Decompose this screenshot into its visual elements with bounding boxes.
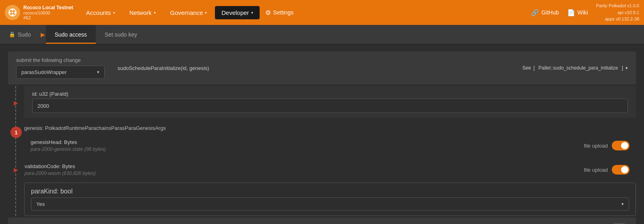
chevron-down-icon: ▾ [625, 66, 628, 71]
svg-point-4 [14, 12, 17, 14]
version-info: Parity Polkadot v1.0.0 api v10.9.1 apps … [596, 2, 639, 23]
svg-point-2 [12, 14, 14, 16]
see-docs[interactable]: See [ Pallet::sudo_schedule_para_initial… [522, 65, 628, 71]
nav-items: Accounts ▾ Network ▾ Governance ▾ Develo… [80, 6, 531, 19]
logo[interactable]: Rococo Local Testnet rococo/10000 #62 [5, 5, 73, 20]
svg-point-1 [12, 9, 14, 11]
para-kind-field: paraKind: bool Yes ▾ [24, 183, 636, 216]
genesis-head-field: genesisHead: Bytes para-2000-genesis-sta… [24, 134, 636, 157]
submit-change-row: submit the following change parasSudoWra… [8, 51, 636, 84]
wiki-link[interactable]: 📄 Wiki [567, 9, 588, 16]
validation-code-field: ▸ validationCode: Bytes para-2000-wasm (… [24, 158, 636, 181]
chevron-down-icon: ▾ [251, 10, 253, 15]
para-kind-select[interactable]: Yes ▾ [31, 197, 629, 211]
nav-accounts[interactable]: Accounts ▾ [80, 6, 122, 19]
main-content: submit the following change parasSudoWra… [0, 44, 644, 224]
weight-row: unchecked weight for this call 0 with we… [8, 218, 636, 224]
step1-badge: 1 [10, 127, 22, 138]
tabs-bar: 🔒 Sudo ▸ Sudo access Set sudo key [0, 25, 644, 44]
chevron-down-icon: ▾ [205, 10, 207, 15]
tab-set-sudo-key[interactable]: Set sudo key [96, 25, 146, 44]
nav-network[interactable]: Network ▾ [123, 6, 162, 19]
pallet-selector[interactable]: parasSudoWrapper ▾ [16, 66, 105, 79]
tab-arrow: ▸ [40, 25, 46, 44]
nav-developer[interactable]: Developer ▾ [215, 6, 259, 19]
genesis-row: 1 genesis: PolkadotRuntimeParachainsPara… [8, 121, 636, 216]
function-selector: sudoScheduleParaInitialize(id, genesis) [109, 65, 518, 71]
svg-point-5 [12, 12, 13, 13]
gear-icon: ⚙ [265, 9, 271, 16]
svg-point-3 [9, 12, 11, 14]
id-row: ▸ id: u32 (ParaId) 2000 [8, 86, 636, 119]
id-field: id: u32 (ParaId) 2000 [24, 86, 636, 118]
chevron-down-icon: ▾ [621, 201, 624, 207]
lock-icon: 🔒 [9, 31, 15, 37]
chevron-down-icon: ▾ [113, 10, 115, 15]
step1-arrow: ▸ [14, 98, 18, 108]
tab-sudo[interactable]: 🔒 Sudo [0, 25, 40, 44]
nav-settings[interactable]: ⚙ Settings [261, 6, 298, 19]
genesis-section: genesis: PolkadotRuntimeParachainsParasP… [24, 121, 636, 216]
tab-sudo-access[interactable]: Sudo access [46, 25, 96, 44]
navbar: Rococo Local Testnet rococo/10000 #62 Ac… [0, 0, 644, 25]
nav-governance[interactable]: Governance ▾ [164, 6, 214, 19]
chevron-down-icon: ▾ [154, 10, 156, 15]
step2-arrow: ▸ [14, 164, 18, 175]
genesis-head-toggle[interactable] [612, 141, 630, 150]
wiki-icon: 📄 [567, 9, 575, 16]
chevron-down-icon: ▾ [97, 70, 99, 75]
logo-icon [5, 5, 20, 20]
logo-text: Rococo Local Testnet rococo/10000 #62 [23, 5, 73, 20]
github-link[interactable]: 🔗 GitHub [531, 9, 559, 16]
validation-code-toggle[interactable] [612, 165, 630, 175]
nav-right: 🔗 GitHub 📄 Wiki Parity Polkadot v1.0.0 a… [531, 2, 639, 23]
github-icon: 🔗 [531, 9, 539, 16]
submit-change-label: submit the following change [16, 57, 105, 63]
